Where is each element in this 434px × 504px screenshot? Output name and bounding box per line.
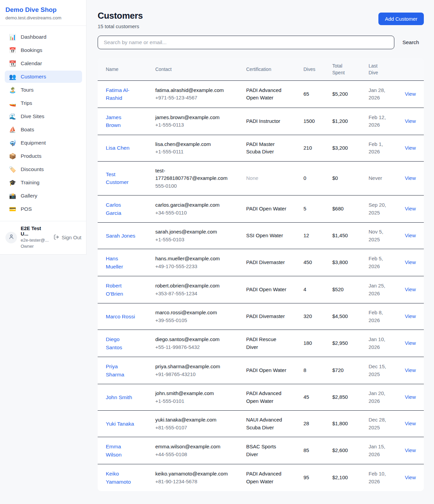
tear-off-calendar-icon: 📆 [9, 61, 16, 67]
search-input[interactable] [98, 36, 394, 49]
customer-certification: PADI Rescue Diver [246, 330, 303, 357]
sidebar-item-gallery[interactable]: 📸Gallery [5, 190, 82, 202]
sidebar-item-tours[interactable]: 🏝️Tours [5, 84, 82, 96]
sidebar-item-customers[interactable]: 👥Customers [5, 71, 82, 83]
customer-last-dive: Feb 12, 2026 [369, 108, 405, 135]
customer-contact: fatima.alrashid@example.com+971-55-123-4… [155, 80, 246, 108]
view-customer-link[interactable]: View [405, 118, 416, 124]
customer-name-link[interactable]: Carlos Garcia [106, 202, 121, 216]
customer-total-spent: $2,950 [332, 330, 369, 357]
sidebar-item-calendar[interactable]: 📆Calendar [5, 57, 82, 70]
customer-dives: 320 [303, 303, 332, 330]
sailboat-icon: ⛵ [9, 127, 16, 133]
customer-contact: diego.santos@example.com+55-11-99876-543… [155, 330, 246, 357]
sidebar-item-training[interactable]: 🎓Training [5, 176, 82, 189]
sidebar-item-pos[interactable]: 💳POS [5, 203, 82, 215]
sidebar-item-products[interactable]: 📦Products [5, 150, 82, 162]
column-header-contact: Contact [155, 58, 246, 80]
sidebar-item-label: Trips [21, 100, 32, 106]
customer-row: Sarah Jonessarah.jones@example.com+1-555… [98, 223, 424, 249]
customer-contact: priya.sharma@example.com+91-98765-43210 [155, 357, 246, 384]
customer-email: john.smith@example.com [155, 390, 229, 397]
view-customer-link[interactable]: View [405, 474, 416, 480]
customer-name-link[interactable]: Keiko Yamamoto [106, 471, 131, 485]
view-customer-link[interactable]: View [405, 175, 416, 181]
add-customer-button[interactable]: Add Customer [378, 13, 424, 25]
customer-name-link[interactable]: Lisa Chen [106, 145, 130, 151]
customer-certification: SSI Open Water [246, 223, 303, 249]
user-role: Owner [21, 243, 50, 249]
view-customer-link[interactable]: View [405, 145, 416, 151]
customer-total-spent: $720 [332, 357, 369, 384]
customer-email: marco.rossi@example.com [155, 309, 229, 317]
customer-last-dive: Jan 20, 2026 [369, 384, 405, 411]
customer-email: sarah.jones@example.com [155, 228, 229, 236]
customer-row: Fatima Al-Rashidfatima.alrashid@example.… [98, 80, 424, 108]
sidebar-item-bookings[interactable]: 📅Bookings [5, 44, 82, 56]
customer-email: hans.mueller@example.com [155, 255, 229, 263]
customer-certification: PADI Open Water [246, 276, 303, 303]
view-customer-link[interactable]: View [405, 367, 416, 373]
customer-contact: sarah.jones@example.com+1-555-0103 [155, 223, 246, 249]
customer-certification: PADI Open Water [246, 357, 303, 384]
view-customer-link[interactable]: View [405, 91, 416, 97]
view-customer-link[interactable]: View [405, 232, 416, 238]
graduation-cap-icon: 🎓 [9, 180, 16, 186]
customer-name-link[interactable]: Sarah Jones [106, 233, 135, 239]
customer-name-link[interactable]: Emma Wilson [106, 444, 122, 458]
page-head: Customers 15 total customers Add Custome… [98, 11, 424, 29]
customer-name-link[interactable]: Hans Mueller [106, 256, 123, 269]
customer-row: Robert O'Brienrobert.obrien@example.com+… [98, 276, 424, 303]
sidebar-item-boats[interactable]: ⛵Boats [5, 124, 82, 136]
view-customer-link[interactable]: View [405, 206, 416, 211]
customer-phone: +1-555-0101 [155, 397, 229, 405]
customer-name-link[interactable]: Fatima Al-Rashid [106, 87, 130, 101]
customer-certification: PADI Advanced Open Water [246, 464, 303, 491]
customer-phone: +1-555-0113 [155, 121, 229, 129]
view-customer-link[interactable]: View [405, 313, 416, 319]
view-customer-link[interactable]: View [405, 447, 416, 453]
sidebar-item-trips[interactable]: 🚤Trips [5, 97, 82, 109]
customer-contact: hans.mueller@example.com+49-170-555-2233 [155, 249, 246, 276]
customer-row: Emma Wilsonemma.wilson@example.com+44-55… [98, 437, 424, 464]
sidebar-item-label: Gallery [21, 193, 37, 199]
customer-total-spent: $1,800 [332, 411, 369, 437]
view-customer-link[interactable]: View [405, 394, 416, 400]
column-header-cert: Certification [246, 58, 303, 80]
table-header-row: NameContactCertificationDivesTotal Spent… [98, 58, 424, 80]
sidebar-item-dive-sites[interactable]: 🌊Dive Sites [5, 110, 82, 123]
sidebar-item-discounts[interactable]: 🏷️Discounts [5, 163, 82, 175]
sidebar-nav: 📊Dashboard📅Bookings📆Calendar👥Customers🏝️… [0, 26, 86, 221]
search-button[interactable]: Search [398, 37, 424, 48]
customer-total-spent: $2,850 [332, 384, 369, 411]
customer-dives: 210 [303, 135, 332, 161]
view-customer-link[interactable]: View [405, 421, 416, 426]
customer-name-link[interactable]: Diego Santos [106, 336, 122, 350]
view-customer-link[interactable]: View [405, 286, 416, 292]
customer-name-link[interactable]: Priya Sharma [106, 363, 124, 377]
customer-name-link[interactable]: James Brown [106, 114, 121, 128]
sign-out-button[interactable]: Sign Out [54, 234, 81, 241]
sidebar-item-equipment[interactable]: 🤿Equipment [5, 137, 82, 149]
customer-total-spent: $5,200 [332, 80, 369, 108]
customer-row: Carlos Garciacarlos.garcia@example.com+3… [98, 195, 424, 223]
sidebar-item-dashboard[interactable]: 📊Dashboard [5, 31, 82, 43]
customer-name-link[interactable]: Test Customer [106, 171, 129, 185]
customer-name-link[interactable]: Marco Rossi [106, 314, 135, 319]
sign-out-icon [54, 234, 59, 241]
customer-name-link[interactable]: Yuki Tanaka [106, 421, 134, 427]
customer-phone: +81-90-1234-5678 [155, 478, 229, 486]
customer-name-link[interactable]: John Smith [106, 394, 132, 400]
credit-card-icon: 💳 [9, 206, 16, 212]
person-icon [8, 234, 15, 241]
customer-phone: +55-11-99876-5432 [155, 343, 229, 351]
customer-phone: 555-0100 [155, 182, 229, 190]
customer-certification: None [246, 161, 303, 195]
main-content: Customers 15 total customers Add Custome… [98, 11, 424, 491]
view-customer-link[interactable]: View [405, 340, 416, 346]
customer-phone: +39-555-0105 [155, 317, 229, 324]
view-customer-link[interactable]: View [405, 259, 416, 265]
customer-name-link[interactable]: Robert O'Brien [106, 283, 123, 297]
user-avatar [5, 232, 17, 243]
customer-row: James Brownjames.brown@example.com+1-555… [98, 108, 424, 135]
